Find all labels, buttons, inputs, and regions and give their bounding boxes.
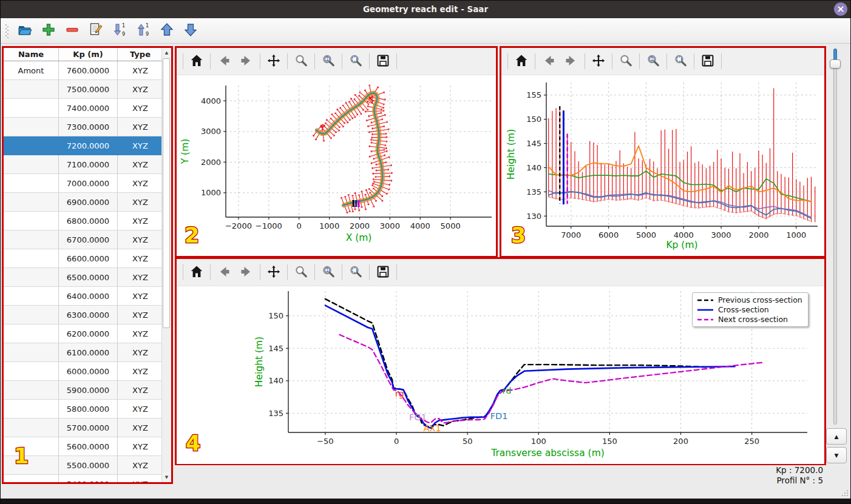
remove-button[interactable] [64,22,81,39]
cell-type[interactable]: XYZ [118,362,162,381]
cell-type[interactable]: XYZ [118,287,162,306]
cell-kp[interactable]: 7200.0000 [59,136,118,155]
titlebar[interactable]: Geometry reach edit - Saar [0,0,851,18]
cell-kp[interactable]: 7100.0000 [59,155,118,174]
pan-button[interactable] [265,52,283,70]
cell-kp[interactable]: 6200.0000 [59,324,118,343]
cell-type[interactable]: XYZ [118,99,162,118]
cell-kp[interactable]: 5700.0000 [59,418,118,437]
table-row[interactable]: 5900.0000XYZ [4,381,161,400]
table-scroll-down-button[interactable]: ▼ [162,472,171,482]
table-row[interactable]: 5400.0000XYZ [4,475,161,483]
cell-name[interactable] [4,343,59,362]
table-row[interactable]: 7500.0000XYZ [4,80,161,99]
cell-kp[interactable]: 7600.0000 [59,61,118,80]
cell-type[interactable]: XYZ [118,212,162,230]
forward-button[interactable] [237,263,256,281]
table-row[interactable]: 5600.0000XYZ [4,437,161,456]
cell-kp[interactable]: 5900.0000 [59,381,118,400]
cell-kp[interactable]: 6300.0000 [59,306,118,324]
table-row[interactable]: 7000.0000XYZ [4,174,161,193]
cell-type[interactable]: XYZ [118,456,162,475]
cell-name[interactable] [4,306,59,324]
cell-name[interactable] [4,324,59,343]
cell-type[interactable]: XYZ [118,381,162,400]
zoom-button[interactable] [617,52,635,70]
table-row[interactable]: 7200.0000XYZ [4,136,161,155]
cell-name[interactable] [4,249,59,268]
cell-name[interactable] [4,230,59,249]
zoom-selection-button[interactable] [347,52,365,70]
save-button[interactable] [699,52,717,70]
cell-type[interactable]: XYZ [118,437,162,456]
cell-name[interactable] [4,437,59,456]
move-down-button[interactable] [182,22,199,39]
sort-descending-button[interactable]: 19 [111,22,128,39]
back-button[interactable] [215,263,233,281]
cell-type[interactable]: XYZ [118,155,162,174]
zoom-one-button[interactable]: 1 [319,263,337,281]
back-button[interactable] [540,52,558,70]
table-scrollbar[interactable]: ▲ ▼ [161,48,171,482]
save-button[interactable] [374,52,392,70]
cell-kp[interactable]: 6600.0000 [59,249,118,268]
cell-name[interactable] [4,193,59,212]
table-scroll-thumb[interactable] [163,58,170,328]
profile-slider-handle[interactable] [830,59,841,69]
table-row[interactable]: Amont7600.0000XYZ [4,61,161,80]
cell-name[interactable] [4,362,59,381]
cell-type[interactable]: XYZ [118,61,162,80]
cell-kp[interactable]: 5500.0000 [59,456,118,475]
cell-name[interactable] [4,99,59,118]
cell-type[interactable]: XYZ [118,418,162,437]
cell-kp[interactable]: 5600.0000 [59,437,118,456]
zoom-selection-button[interactable] [347,263,365,281]
table-row[interactable]: 6300.0000XYZ [4,306,161,324]
cell-type[interactable]: XYZ [118,268,162,287]
save-button[interactable] [374,263,392,281]
cell-type[interactable]: XYZ [118,193,162,212]
cell-kp[interactable]: 7300.0000 [59,118,118,136]
table-row[interactable]: 6200.0000XYZ [4,324,161,343]
back-button[interactable] [215,52,233,70]
cell-kp[interactable]: 6100.0000 [59,343,118,362]
table-row[interactable]: 5700.0000XYZ [4,418,161,437]
column-header-type[interactable]: Type [118,48,162,61]
table-row[interactable]: 6600.0000XYZ [4,249,161,268]
edit-button[interactable] [87,22,104,39]
cell-kp[interactable]: 7500.0000 [59,80,118,99]
cell-name[interactable] [4,80,59,99]
table-row[interactable]: 6400.0000XYZ [4,287,161,306]
table-row[interactable]: 7300.0000XYZ [4,118,161,136]
cell-name[interactable] [4,174,59,193]
cell-type[interactable]: XYZ [118,80,162,99]
cell-kp[interactable]: 5400.0000 [59,475,118,483]
cell-name[interactable] [4,118,59,136]
plan-view-chart[interactable]: −2000−1000010002000300040005000100020003… [177,75,496,256]
cell-type[interactable]: XYZ [118,136,162,155]
cell-name[interactable] [4,268,59,287]
table-scroll-up-button[interactable]: ▲ [162,48,171,58]
home-button[interactable] [188,52,206,70]
zoom-one-button[interactable]: 1 [319,52,337,70]
close-button[interactable] [834,2,847,16]
zoom-button[interactable] [292,263,310,281]
cell-kp[interactable]: 6000.0000 [59,362,118,381]
cell-name[interactable] [4,287,59,306]
cell-kp[interactable]: 6400.0000 [59,287,118,306]
table-row[interactable]: 6900.0000XYZ [4,193,161,212]
column-header-kpm[interactable]: Kp (m) [59,48,118,61]
cell-type[interactable]: XYZ [118,118,162,136]
cell-type[interactable]: XYZ [118,306,162,324]
table-row[interactable]: 6500.0000XYZ [4,268,161,287]
table-row[interactable]: 7400.0000XYZ [4,99,161,118]
home-button[interactable] [188,263,206,281]
resize-grip[interactable] [841,489,849,497]
cell-name[interactable] [4,212,59,230]
profile-up-button[interactable]: ▲ [826,428,847,445]
cell-name[interactable] [4,400,59,418]
cell-type[interactable]: XYZ [118,230,162,249]
table-row[interactable]: 5800.0000XYZ [4,400,161,418]
cell-kp[interactable]: 6900.0000 [59,193,118,212]
cell-kp[interactable]: 6700.0000 [59,230,118,249]
